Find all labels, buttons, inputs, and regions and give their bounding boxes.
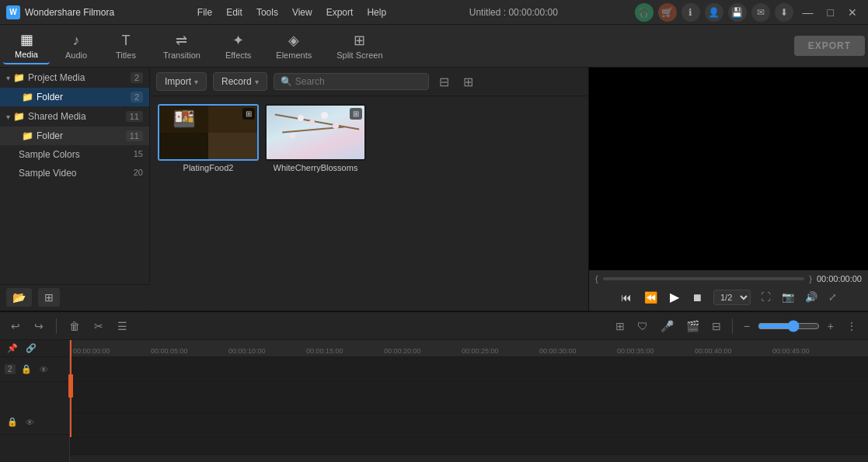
- ruler-mark-0: 00:00:00:00: [73, 347, 110, 355]
- track-pin-button[interactable]: 📌: [5, 342, 20, 354]
- progress-bar[interactable]: [603, 277, 805, 280]
- left-panel: ▾ 📁 Project Media 2 📁 Folder 2 ▾ 📁 Share…: [0, 68, 150, 311]
- tab-splitscreen[interactable]: ⊞ Split Screen: [326, 27, 393, 64]
- folder-icon: 📁: [22, 92, 33, 102]
- redo-button[interactable]: ↪: [30, 318, 48, 335]
- undo-button[interactable]: ↩: [6, 318, 25, 335]
- new-folder-button[interactable]: 📂: [6, 288, 32, 307]
- quality-select[interactable]: 1/2 Full 1/4: [713, 290, 751, 305]
- zoom-in-button[interactable]: +: [823, 318, 838, 335]
- timeline-scrollbar[interactable]: [70, 454, 868, 462]
- export-button[interactable]: EXPORT: [794, 36, 865, 56]
- track-row-1: [70, 357, 868, 382]
- shared-media-folder[interactable]: 📁 Folder 11: [0, 127, 149, 145]
- search-input[interactable]: [295, 76, 422, 87]
- tab-media[interactable]: ▦ Media: [3, 27, 50, 64]
- headphone-icon[interactable]: 🎧: [635, 3, 654, 22]
- cart-icon[interactable]: 🛒: [658, 3, 677, 22]
- delete-button[interactable]: 🗑: [64, 318, 85, 335]
- import-dropdown-arrow: ▾: [194, 78, 198, 86]
- titlebar: W Wondershare Filmora File Edit Tools Vi…: [0, 0, 868, 25]
- sample-video-count: 20: [134, 168, 143, 179]
- timecode: 00:00:00:00: [817, 274, 862, 283]
- track-headers: 📌 🔗 2 🔒 👁 🔒 👁: [0, 340, 70, 462]
- shield-button[interactable]: 🛡: [633, 318, 653, 335]
- menu-tools[interactable]: Tools: [250, 5, 284, 19]
- layout-button[interactable]: ⊟: [707, 318, 726, 335]
- menu-view[interactable]: View: [286, 5, 319, 19]
- step-back-button[interactable]: ⏪: [640, 289, 662, 306]
- record-dropdown-arrow: ▾: [255, 78, 259, 86]
- tab-elements[interactable]: ◈ Elements: [265, 27, 322, 64]
- audio-button[interactable]: 🔊: [801, 289, 821, 305]
- media-item-cherryblossom[interactable]: ⊞ WhiteCherryBlossoms: [265, 104, 366, 172]
- import-dropdown[interactable]: Import ▾: [156, 72, 207, 91]
- tab-titles[interactable]: T Titles: [103, 27, 149, 64]
- track2-eye[interactable]: 👁: [23, 417, 37, 428]
- media-thumb-cherryblossom: ⊞: [265, 104, 366, 161]
- download-icon[interactable]: ⬇: [775, 3, 793, 22]
- import-button[interactable]: ⊞: [38, 288, 60, 307]
- mic-button[interactable]: 🎤: [656, 318, 678, 335]
- project-media-folder-icon: 📁: [13, 72, 25, 83]
- title-text: Untitled : 00:00:00:00: [469, 7, 558, 18]
- person-icon[interactable]: 👤: [705, 3, 723, 22]
- tab-audio[interactable]: ♪ Audio: [53, 27, 99, 64]
- effects-tab-label: Effects: [225, 50, 251, 60]
- media-tab-label: Media: [15, 50, 38, 59]
- cut-button[interactable]: ✂: [89, 318, 108, 335]
- menu-bar: File Edit Tools View Export Help: [191, 5, 392, 19]
- app-logo: W: [6, 5, 20, 19]
- track1-eye[interactable]: 👁: [37, 364, 51, 375]
- adjust-button[interactable]: ☰: [113, 318, 132, 335]
- maximize-button[interactable]: □: [823, 6, 838, 19]
- filter-button[interactable]: ⊟: [435, 73, 453, 91]
- media-item-platingfood2[interactable]: 🍱 ⊞ PlatingFood2: [158, 104, 259, 172]
- scene-button[interactable]: 🎬: [682, 318, 704, 335]
- menu-export[interactable]: Export: [320, 5, 360, 19]
- close-button[interactable]: ✕: [843, 6, 862, 19]
- search-box[interactable]: 🔍: [274, 73, 429, 90]
- splitscreen-tab-label: Split Screen: [336, 50, 382, 60]
- minimize-button[interactable]: —: [798, 6, 818, 19]
- left-panel-bottom-bar: 📂 ⊞: [0, 284, 150, 310]
- track1-number: 2: [5, 364, 16, 374]
- expand-button[interactable]: ⤢: [824, 289, 841, 305]
- track1-lock[interactable]: 🔒: [19, 363, 34, 375]
- save-icon[interactable]: 💾: [728, 3, 747, 22]
- stop-button[interactable]: ⏹: [687, 289, 707, 306]
- screenshot-button[interactable]: 📷: [778, 289, 798, 305]
- project-media-header[interactable]: ▾ 📁 Project Media 2: [0, 68, 149, 88]
- preview-panel: { } 00:00:00:00 ⏮ ⏪ ▶ ⏹ 1/2 Full 1/4 ⛶ 📷: [588, 68, 868, 311]
- grid-view-button[interactable]: ⊞: [459, 73, 477, 91]
- menu-edit[interactable]: Edit: [220, 5, 249, 19]
- audio-tab-label: Audio: [65, 50, 87, 60]
- zoom-out-button[interactable]: −: [739, 318, 755, 335]
- overflow-button[interactable]: ⋮: [842, 318, 862, 335]
- prev-frame-button[interactable]: ⏮: [616, 289, 636, 306]
- play-button[interactable]: ▶: [665, 287, 684, 307]
- track2-lock[interactable]: 🔒: [5, 416, 20, 428]
- folder-label: Folder: [37, 92, 131, 102]
- project-media-count: 2: [131, 72, 143, 83]
- snap-button[interactable]: ⊞: [611, 318, 629, 335]
- playhead[interactable]: [70, 340, 71, 437]
- record-dropdown[interactable]: Record ▾: [213, 72, 267, 91]
- fullscreen-button[interactable]: ⛶: [757, 289, 775, 305]
- shared-media-header[interactable]: ▾ 📁 Shared Media 11: [0, 106, 149, 127]
- info-icon[interactable]: ℹ: [682, 3, 700, 22]
- mail-icon[interactable]: ✉: [751, 3, 770, 22]
- sample-video-item[interactable]: Sample Video 20: [0, 164, 149, 182]
- menu-file[interactable]: File: [191, 5, 218, 19]
- menu-help[interactable]: Help: [361, 5, 392, 19]
- tab-effects[interactable]: ✦ Effects: [214, 27, 262, 64]
- tab-transition[interactable]: ⇌ Transition: [152, 27, 211, 64]
- titlebar-left: W Wondershare Filmora: [6, 5, 114, 19]
- sample-colors-item[interactable]: Sample Colors 15: [0, 145, 149, 164]
- zoom-slider[interactable]: [758, 320, 820, 332]
- timeline-tracks: [70, 357, 868, 454]
- project-media-folder[interactable]: 📁 Folder 2: [0, 88, 149, 106]
- track-link-button[interactable]: 🔗: [23, 342, 39, 354]
- media-thumb-platingfood2: 🍱 ⊞: [158, 104, 259, 161]
- ruler-mark-1: 00:00:05:00: [151, 347, 188, 355]
